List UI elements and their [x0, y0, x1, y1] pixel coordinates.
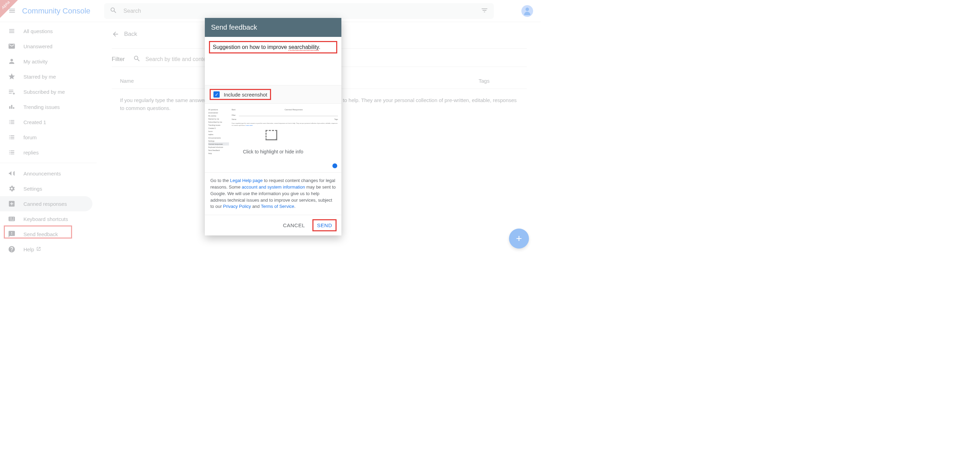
preview-main: BackCanned Responses Filter NameTags If … — [232, 109, 338, 126]
preview-name: Name — [232, 118, 334, 120]
spellcheck-word: searchability — [289, 44, 319, 51]
highlight-include-screenshot: ✓ Include screenshot — [210, 89, 271, 100]
dialog-spacer — [205, 57, 341, 85]
legal-and: and — [251, 204, 261, 209]
terms-link[interactable]: Terms of Service — [261, 204, 294, 209]
preview-filter: Filter — [232, 114, 235, 116]
include-screenshot-label: Include screenshot — [224, 92, 267, 98]
preview-fab-icon — [332, 164, 337, 168]
legal-help-link[interactable]: Legal Help page — [230, 178, 263, 183]
crop-selection-icon — [266, 130, 277, 140]
dialog-actions: CANCEL SEND — [205, 215, 341, 235]
legal-end: . — [294, 204, 296, 209]
preview-hint: Click to highlight or hide info — [205, 149, 341, 154]
privacy-policy-link[interactable]: Privacy Policy — [223, 204, 251, 209]
cancel-button[interactable]: CANCEL — [283, 222, 305, 228]
legal-prefix: Go to the — [210, 178, 230, 183]
preview-title: Canned Responses — [249, 109, 338, 111]
legal-text: Go to the Legal Help page to request con… — [205, 173, 341, 215]
include-screenshot-checkbox[interactable]: ✓ — [213, 91, 220, 98]
account-info-link[interactable]: account and system information — [242, 184, 305, 190]
send-button[interactable]: SEND — [312, 219, 337, 231]
highlight-feedback-input: Suggestion on how to improve searchabili… — [209, 41, 337, 53]
feedback-text-prefix: Suggestion on how to improve — [213, 44, 289, 50]
send-feedback-dialog: Send feedback Suggestion on how to impro… — [205, 18, 341, 235]
feedback-text-suffix: . — [319, 44, 320, 50]
feedback-textarea[interactable]: Suggestion on how to improve searchabili… — [213, 44, 333, 50]
dialog-title: Send feedback — [205, 18, 341, 37]
include-screenshot-row: ✓ Include screenshot — [205, 85, 341, 104]
preview-back: Back — [232, 109, 235, 113]
preview-sidebar: All questionsUnansweredMy activityStarre… — [208, 108, 229, 155]
screenshot-preview[interactable]: All questionsUnansweredMy activityStarre… — [205, 104, 341, 173]
preview-tags: Tags — [334, 118, 338, 120]
